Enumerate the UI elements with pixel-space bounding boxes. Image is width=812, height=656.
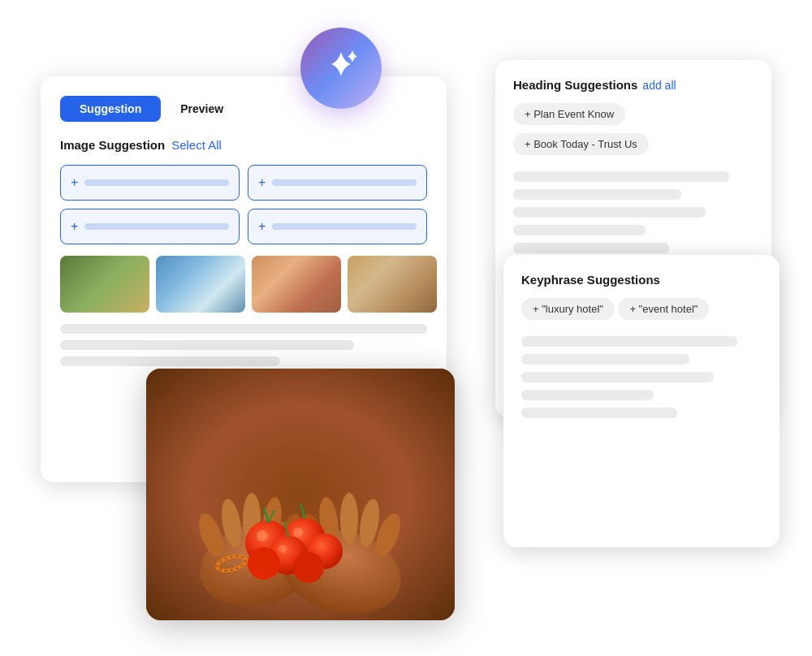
svg-point-21 xyxy=(279,545,287,553)
placeholder-line-3 xyxy=(60,356,280,366)
placeholder-lines xyxy=(60,324,427,366)
image-grid: + + + + xyxy=(60,165,427,244)
heading-chip-2[interactable]: + Book Today - Trust Us xyxy=(513,133,649,155)
keyphrase-chip-1[interactable]: + "luxury hotel" xyxy=(521,298,615,320)
svg-point-19 xyxy=(257,530,268,542)
svg-point-10 xyxy=(340,493,358,545)
svg-point-18 xyxy=(293,552,324,583)
add-all-link[interactable]: add all xyxy=(642,79,676,92)
kp-line-4 xyxy=(521,390,654,400)
kp-line-2 xyxy=(521,354,689,365)
hands-tomatoes-illustration xyxy=(146,369,455,620)
placeholder-line-2 xyxy=(60,340,354,350)
rp-line-4 xyxy=(513,225,646,235)
sparkle-icon xyxy=(322,49,361,88)
thumbnail-1[interactable] xyxy=(60,256,149,313)
photo-card xyxy=(146,369,455,620)
kp-line-1 xyxy=(521,336,737,347)
thumbnail-2[interactable] xyxy=(156,256,245,313)
thumbnail-4[interactable] xyxy=(348,256,437,313)
heading-chip-1[interactable]: + Plan Event Know xyxy=(513,103,625,125)
svg-point-17 xyxy=(248,547,280,580)
keyphrase-chip-2[interactable]: + "event hotel" xyxy=(618,298,709,320)
heading-suggestions-label: Heading Suggestions xyxy=(513,78,637,92)
image-suggestion-header: Image Suggestion Select All xyxy=(60,138,427,152)
placeholder-line-1 xyxy=(60,324,427,334)
tab-preview[interactable]: Preview xyxy=(161,96,243,122)
right-panel-keyphrase: Keyphrase Suggestions + "luxury hotel" +… xyxy=(503,255,780,547)
thumbnail-3[interactable] xyxy=(252,256,341,313)
keyphrase-title: Keyphrase Suggestions xyxy=(521,273,762,287)
rp-line-1 xyxy=(513,171,729,182)
image-slot-2[interactable]: + xyxy=(248,165,427,201)
svg-point-20 xyxy=(293,528,303,537)
heading-suggestions-title: Heading Suggestions add all xyxy=(513,78,754,92)
tab-bar: Suggestion Preview xyxy=(60,96,427,122)
image-suggestion-label: Image Suggestion xyxy=(60,138,165,152)
kp-line-3 xyxy=(521,372,714,382)
image-slot-4[interactable]: + xyxy=(248,209,427,244)
select-all-link[interactable]: Select All xyxy=(171,138,222,152)
keyphrase-placeholder-lines xyxy=(521,336,762,418)
rp-line-2 xyxy=(513,189,681,200)
main-scene: Suggestion Preview Image Suggestion Sele… xyxy=(41,28,771,628)
rp-line-3 xyxy=(513,207,706,218)
thumbnail-row xyxy=(60,256,427,313)
tab-suggestion[interactable]: Suggestion xyxy=(60,96,161,122)
kp-line-5 xyxy=(521,408,677,418)
image-slot-3[interactable]: + xyxy=(60,209,240,244)
ai-icon-circle[interactable] xyxy=(300,28,382,109)
image-slot-1[interactable]: + xyxy=(60,165,240,201)
rp-line-5 xyxy=(513,243,669,253)
